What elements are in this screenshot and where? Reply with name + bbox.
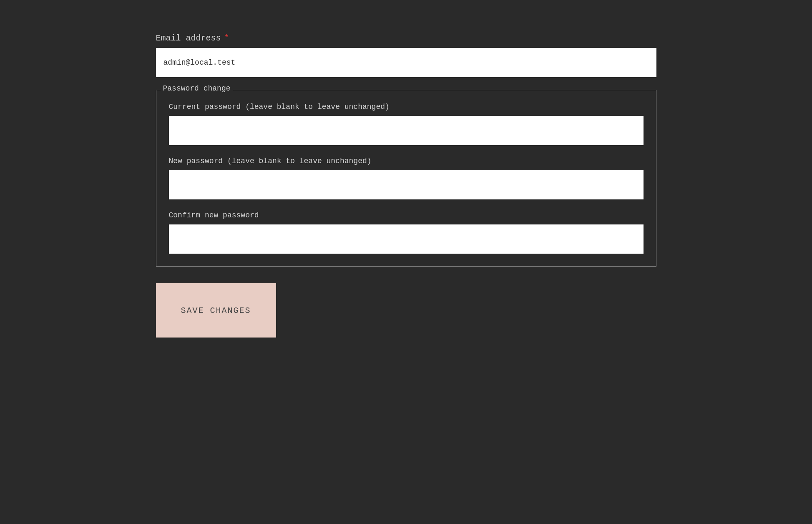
current-password-group: Current password (leave blank to leave u…	[169, 103, 644, 145]
new-password-input[interactable]	[169, 170, 644, 199]
confirm-password-group: Confirm new password	[169, 211, 644, 254]
email-field-group: Email address *	[156, 33, 656, 77]
current-password-input[interactable]	[169, 116, 644, 145]
new-password-label: New password (leave blank to leave uncha…	[169, 157, 644, 165]
save-changes-button[interactable]: SAVE CHANGES	[156, 283, 276, 338]
password-change-legend: Password change	[161, 84, 233, 93]
new-password-group: New password (leave blank to leave uncha…	[169, 157, 644, 199]
confirm-password-input[interactable]	[169, 224, 644, 254]
account-form: Email address * Password change Current …	[156, 17, 656, 354]
confirm-password-label: Confirm new password	[169, 211, 644, 219]
email-label: Email address *	[156, 33, 656, 43]
email-label-text: Email address	[156, 33, 221, 43]
current-password-label: Current password (leave blank to leave u…	[169, 103, 644, 111]
required-indicator: *	[224, 33, 229, 43]
email-input[interactable]	[156, 48, 656, 77]
password-change-section: Password change Current password (leave …	[156, 90, 656, 267]
